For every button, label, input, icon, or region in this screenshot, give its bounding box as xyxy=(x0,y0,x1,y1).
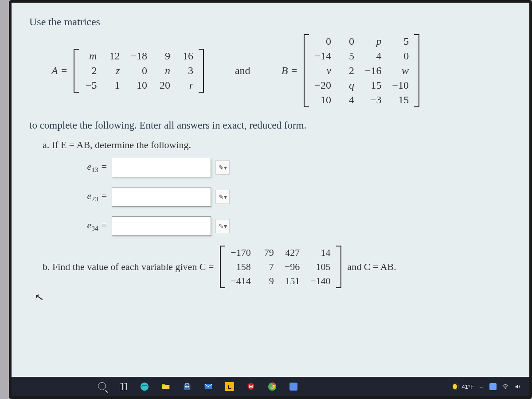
weather-temp: 41°F xyxy=(462,383,474,390)
cell: −18 xyxy=(125,49,153,63)
left-bracket xyxy=(220,246,225,288)
cell: −20 xyxy=(309,78,336,93)
mail-icon xyxy=(203,382,213,391)
part-b-prefix: b. Find the value of each variable given… xyxy=(43,261,214,273)
cell: 9 xyxy=(153,49,176,63)
cell: −414 xyxy=(225,274,256,288)
formula-button[interactable]: ✎▾ xyxy=(215,160,230,175)
cell: −170 xyxy=(225,246,256,260)
screen: Use the matrices A = m 12 −18 9 xyxy=(12,3,529,396)
cell: 16 xyxy=(176,49,199,63)
search-button[interactable] xyxy=(92,378,112,395)
wifi-icon[interactable] xyxy=(502,383,509,390)
system-tray: 41°F ︿ xyxy=(448,383,526,390)
answer-row-e34: e34 = ✎▾ xyxy=(82,216,503,236)
part-a-prompt: a. If E = AB, determine the following. xyxy=(43,139,503,151)
answer-label: e13 = xyxy=(82,161,107,174)
answer-input-e23[interactable] xyxy=(112,187,211,207)
matrices-row: A = m 12 −18 9 16 2 xyxy=(51,34,503,107)
cell: z xyxy=(102,63,125,78)
matrix-a-table: m 12 −18 9 16 2 z 0 n 3 xyxy=(79,49,199,93)
cell: 20 xyxy=(153,78,176,93)
answer-row-e13: e13 = ✎▾ xyxy=(82,158,503,177)
weather-widget[interactable]: 41°F xyxy=(453,383,474,390)
formula-button[interactable]: ✎▾ xyxy=(215,190,230,204)
cell: −16 xyxy=(360,63,387,78)
formula-button[interactable]: ✎▾ xyxy=(215,219,230,233)
instruction-text: to complete the following. Enter all ans… xyxy=(29,120,503,131)
cursor-icon: ↖ xyxy=(34,290,45,304)
svg-rect-1 xyxy=(162,384,165,386)
answer-input-e34[interactable] xyxy=(112,216,211,236)
svg-point-0 xyxy=(141,383,149,391)
cell: 1 xyxy=(102,78,125,93)
chrome-icon xyxy=(267,382,277,391)
explorer-button[interactable] xyxy=(156,378,176,395)
cell: 158 xyxy=(225,260,256,274)
speaker-icon[interactable] xyxy=(514,383,521,390)
tray-expand-button[interactable]: ︿ xyxy=(479,383,484,390)
answer-label: e23 = xyxy=(82,190,107,203)
mcafee-button[interactable] xyxy=(241,378,261,395)
left-bracket xyxy=(74,49,79,93)
tray-app-icon[interactable] xyxy=(489,383,497,390)
intro-text: Use the matrices xyxy=(29,16,503,28)
part-b-suffix: and C = AB. xyxy=(348,261,396,273)
store-button[interactable] xyxy=(177,378,197,395)
cell: 5 xyxy=(387,34,415,49)
right-bracket xyxy=(414,34,419,107)
svg-rect-4 xyxy=(188,386,189,387)
answer-label: e34 = xyxy=(82,219,107,232)
pencil-icon: ✎▾ xyxy=(219,164,227,172)
left-bracket xyxy=(304,34,309,107)
cell: 0 xyxy=(336,34,360,49)
cell: p xyxy=(360,34,387,49)
cell: 15 xyxy=(360,78,387,93)
cell: 7 xyxy=(256,260,279,274)
mail-button[interactable] xyxy=(199,378,218,395)
moon-icon xyxy=(453,383,459,390)
letter-l-icon: L xyxy=(225,382,234,391)
matrix-c: −170 79 427 14 158 7 −96 105 −414 xyxy=(220,246,341,288)
cell: n xyxy=(153,63,176,78)
matrix-c-table: −170 79 427 14 158 7 −96 105 −414 xyxy=(225,246,336,288)
pencil-icon: ✎▾ xyxy=(219,223,227,230)
matrix-a: m 12 −18 9 16 2 z 0 n 3 xyxy=(74,49,204,93)
matrix-b-block: B = 0 0 p 5 −14 5 xyxy=(282,34,420,107)
answer-input-e13[interactable] xyxy=(112,158,211,177)
cell: 151 xyxy=(279,274,305,288)
app-l-button[interactable]: L xyxy=(220,378,239,395)
cell: w xyxy=(387,63,415,78)
cell: −5 xyxy=(79,78,102,93)
svg-point-9 xyxy=(505,388,506,389)
cell: v xyxy=(309,63,336,78)
cell: 427 xyxy=(279,246,305,260)
store-icon xyxy=(182,382,192,391)
cell: 12 xyxy=(102,49,125,63)
shield-icon xyxy=(246,382,256,391)
matrix-b-table: 0 0 p 5 −14 5 4 0 xyxy=(309,34,414,107)
right-bracket xyxy=(199,49,204,93)
pencil-icon: ✎▾ xyxy=(219,193,227,201)
cell: 14 xyxy=(305,246,336,260)
cell: 2 xyxy=(79,63,102,78)
cell: q xyxy=(336,78,360,93)
matrix-b: 0 0 p 5 −14 5 4 0 xyxy=(304,34,419,107)
app-icon xyxy=(289,383,297,391)
cell: 5 xyxy=(336,49,360,63)
cell: 10 xyxy=(309,93,336,107)
cell: 0 xyxy=(125,63,153,78)
cell: −140 xyxy=(305,274,336,288)
cell: 9 xyxy=(256,274,279,288)
cell: −10 xyxy=(387,78,415,93)
task-view-button[interactable] xyxy=(113,378,133,395)
chrome-button[interactable] xyxy=(262,378,282,395)
right-bracket xyxy=(336,246,341,288)
pinned-app-button[interactable] xyxy=(284,378,303,395)
cell: −3 xyxy=(360,93,387,107)
taskbar: L 41°F ︿ xyxy=(12,377,529,396)
matrix-a-block: A = m 12 −18 9 16 2 xyxy=(51,49,204,93)
cell: 4 xyxy=(336,93,360,107)
edge-button[interactable] xyxy=(135,378,154,395)
cell: r xyxy=(176,78,199,93)
